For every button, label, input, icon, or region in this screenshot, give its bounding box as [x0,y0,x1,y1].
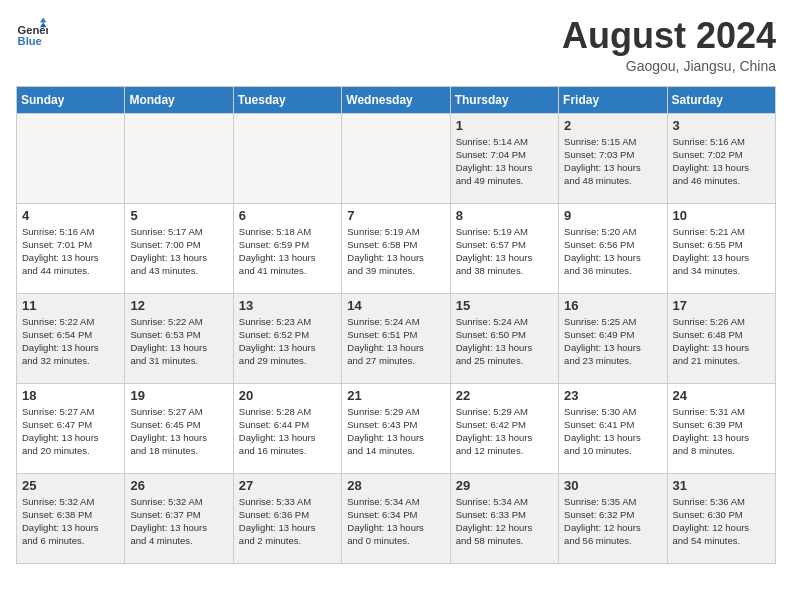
calendar-cell: 3Sunrise: 5:16 AM Sunset: 7:02 PM Daylig… [667,113,775,203]
title-block: August 2024 Gaogou, Jiangsu, China [562,16,776,74]
weekday-header-thursday: Thursday [450,86,558,113]
day-number: 10 [673,208,770,223]
day-info: Sunrise: 5:34 AM Sunset: 6:34 PM Dayligh… [347,495,444,548]
day-info: Sunrise: 5:24 AM Sunset: 6:51 PM Dayligh… [347,315,444,368]
week-row-3: 11Sunrise: 5:22 AM Sunset: 6:54 PM Dayli… [17,293,776,383]
day-info: Sunrise: 5:32 AM Sunset: 6:37 PM Dayligh… [130,495,227,548]
weekday-header-monday: Monday [125,86,233,113]
calendar-cell: 6Sunrise: 5:18 AM Sunset: 6:59 PM Daylig… [233,203,341,293]
day-info: Sunrise: 5:24 AM Sunset: 6:50 PM Dayligh… [456,315,553,368]
weekday-header-wednesday: Wednesday [342,86,450,113]
day-number: 24 [673,388,770,403]
week-row-5: 25Sunrise: 5:32 AM Sunset: 6:38 PM Dayli… [17,473,776,563]
day-number: 9 [564,208,661,223]
day-number: 3 [673,118,770,133]
day-number: 25 [22,478,119,493]
day-number: 1 [456,118,553,133]
calendar-cell: 10Sunrise: 5:21 AM Sunset: 6:55 PM Dayli… [667,203,775,293]
calendar-cell: 17Sunrise: 5:26 AM Sunset: 6:48 PM Dayli… [667,293,775,383]
calendar-cell: 8Sunrise: 5:19 AM Sunset: 6:57 PM Daylig… [450,203,558,293]
weekday-header-friday: Friday [559,86,667,113]
day-number: 20 [239,388,336,403]
calendar-cell: 11Sunrise: 5:22 AM Sunset: 6:54 PM Dayli… [17,293,125,383]
calendar-cell: 29Sunrise: 5:34 AM Sunset: 6:33 PM Dayli… [450,473,558,563]
day-info: Sunrise: 5:29 AM Sunset: 6:43 PM Dayligh… [347,405,444,458]
day-info: Sunrise: 5:21 AM Sunset: 6:55 PM Dayligh… [673,225,770,278]
day-info: Sunrise: 5:28 AM Sunset: 6:44 PM Dayligh… [239,405,336,458]
day-info: Sunrise: 5:32 AM Sunset: 6:38 PM Dayligh… [22,495,119,548]
day-info: Sunrise: 5:15 AM Sunset: 7:03 PM Dayligh… [564,135,661,188]
calendar-cell: 31Sunrise: 5:36 AM Sunset: 6:30 PM Dayli… [667,473,775,563]
day-info: Sunrise: 5:19 AM Sunset: 6:58 PM Dayligh… [347,225,444,278]
page-header: General Blue August 2024 Gaogou, Jiangsu… [16,16,776,74]
calendar-cell: 18Sunrise: 5:27 AM Sunset: 6:47 PM Dayli… [17,383,125,473]
calendar-cell: 4Sunrise: 5:16 AM Sunset: 7:01 PM Daylig… [17,203,125,293]
day-info: Sunrise: 5:16 AM Sunset: 7:01 PM Dayligh… [22,225,119,278]
day-info: Sunrise: 5:19 AM Sunset: 6:57 PM Dayligh… [456,225,553,278]
calendar-cell [233,113,341,203]
day-info: Sunrise: 5:17 AM Sunset: 7:00 PM Dayligh… [130,225,227,278]
day-number: 31 [673,478,770,493]
day-info: Sunrise: 5:22 AM Sunset: 6:54 PM Dayligh… [22,315,119,368]
calendar-cell: 7Sunrise: 5:19 AM Sunset: 6:58 PM Daylig… [342,203,450,293]
weekday-header-sunday: Sunday [17,86,125,113]
day-number: 2 [564,118,661,133]
day-info: Sunrise: 5:35 AM Sunset: 6:32 PM Dayligh… [564,495,661,548]
day-number: 27 [239,478,336,493]
calendar-cell: 1Sunrise: 5:14 AM Sunset: 7:04 PM Daylig… [450,113,558,203]
day-info: Sunrise: 5:20 AM Sunset: 6:56 PM Dayligh… [564,225,661,278]
calendar-cell: 26Sunrise: 5:32 AM Sunset: 6:37 PM Dayli… [125,473,233,563]
day-info: Sunrise: 5:27 AM Sunset: 6:45 PM Dayligh… [130,405,227,458]
logo-icon: General Blue [16,16,48,48]
day-number: 13 [239,298,336,313]
day-number: 21 [347,388,444,403]
day-number: 30 [564,478,661,493]
day-number: 4 [22,208,119,223]
weekday-header-tuesday: Tuesday [233,86,341,113]
day-number: 7 [347,208,444,223]
day-number: 8 [456,208,553,223]
day-info: Sunrise: 5:36 AM Sunset: 6:30 PM Dayligh… [673,495,770,548]
svg-marker-2 [40,18,46,23]
calendar-cell: 2Sunrise: 5:15 AM Sunset: 7:03 PM Daylig… [559,113,667,203]
calendar-cell [125,113,233,203]
day-number: 18 [22,388,119,403]
day-number: 15 [456,298,553,313]
week-row-2: 4Sunrise: 5:16 AM Sunset: 7:01 PM Daylig… [17,203,776,293]
day-number: 26 [130,478,227,493]
location: Gaogou, Jiangsu, China [562,58,776,74]
calendar-cell: 24Sunrise: 5:31 AM Sunset: 6:39 PM Dayli… [667,383,775,473]
day-number: 12 [130,298,227,313]
day-info: Sunrise: 5:34 AM Sunset: 6:33 PM Dayligh… [456,495,553,548]
week-row-1: 1Sunrise: 5:14 AM Sunset: 7:04 PM Daylig… [17,113,776,203]
day-number: 19 [130,388,227,403]
day-number: 17 [673,298,770,313]
day-number: 14 [347,298,444,313]
day-info: Sunrise: 5:23 AM Sunset: 6:52 PM Dayligh… [239,315,336,368]
day-info: Sunrise: 5:25 AM Sunset: 6:49 PM Dayligh… [564,315,661,368]
calendar-cell: 27Sunrise: 5:33 AM Sunset: 6:36 PM Dayli… [233,473,341,563]
day-info: Sunrise: 5:26 AM Sunset: 6:48 PM Dayligh… [673,315,770,368]
calendar-cell: 21Sunrise: 5:29 AM Sunset: 6:43 PM Dayli… [342,383,450,473]
calendar-cell: 28Sunrise: 5:34 AM Sunset: 6:34 PM Dayli… [342,473,450,563]
day-info: Sunrise: 5:16 AM Sunset: 7:02 PM Dayligh… [673,135,770,188]
day-info: Sunrise: 5:30 AM Sunset: 6:41 PM Dayligh… [564,405,661,458]
calendar-cell: 15Sunrise: 5:24 AM Sunset: 6:50 PM Dayli… [450,293,558,383]
calendar-cell: 19Sunrise: 5:27 AM Sunset: 6:45 PM Dayli… [125,383,233,473]
calendar-cell: 22Sunrise: 5:29 AM Sunset: 6:42 PM Dayli… [450,383,558,473]
weekday-header-row: SundayMondayTuesdayWednesdayThursdayFrid… [17,86,776,113]
day-number: 11 [22,298,119,313]
day-number: 6 [239,208,336,223]
calendar-cell: 13Sunrise: 5:23 AM Sunset: 6:52 PM Dayli… [233,293,341,383]
day-info: Sunrise: 5:31 AM Sunset: 6:39 PM Dayligh… [673,405,770,458]
day-info: Sunrise: 5:29 AM Sunset: 6:42 PM Dayligh… [456,405,553,458]
day-info: Sunrise: 5:14 AM Sunset: 7:04 PM Dayligh… [456,135,553,188]
calendar-cell: 5Sunrise: 5:17 AM Sunset: 7:00 PM Daylig… [125,203,233,293]
month-title: August 2024 [562,16,776,56]
day-info: Sunrise: 5:27 AM Sunset: 6:47 PM Dayligh… [22,405,119,458]
calendar-cell: 12Sunrise: 5:22 AM Sunset: 6:53 PM Dayli… [125,293,233,383]
calendar-cell: 14Sunrise: 5:24 AM Sunset: 6:51 PM Dayli… [342,293,450,383]
logo: General Blue [16,16,52,48]
calendar-cell [342,113,450,203]
svg-text:Blue: Blue [18,35,42,47]
